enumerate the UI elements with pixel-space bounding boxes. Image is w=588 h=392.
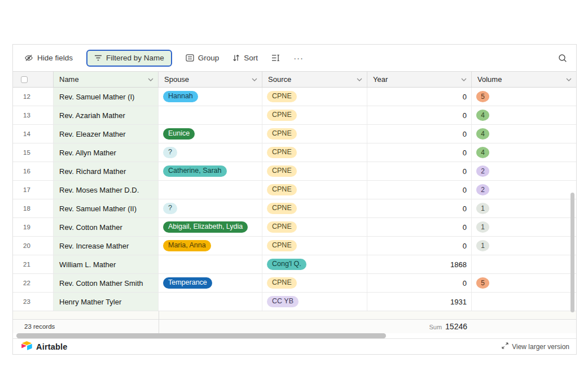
volume-cell[interactable]: 4 bbox=[472, 106, 576, 124]
spouse-cell[interactable] bbox=[159, 293, 262, 311]
row-number-cell[interactable]: 22 bbox=[13, 274, 54, 292]
row-number-cell[interactable]: 17 bbox=[13, 181, 54, 199]
source-cell[interactable]: CPNE bbox=[262, 162, 367, 180]
name-cell[interactable]: William L. Mather bbox=[54, 255, 159, 273]
row-number-cell[interactable]: 14 bbox=[13, 125, 54, 143]
spouse-cell[interactable] bbox=[159, 181, 262, 199]
filter-button[interactable]: Filtered by Name bbox=[86, 50, 172, 67]
group-button[interactable]: Group bbox=[186, 54, 220, 62]
name-cell[interactable]: Rev. Richard Mather bbox=[54, 162, 159, 180]
year-cell[interactable]: 0 bbox=[367, 199, 472, 217]
volume-cell[interactable]: 1 bbox=[472, 199, 576, 217]
row-number-cell[interactable]: 18 bbox=[13, 199, 54, 217]
year-cell[interactable]: 0 bbox=[367, 88, 472, 106]
year-cell[interactable]: 0 bbox=[367, 106, 472, 124]
source-cell[interactable]: CPNE bbox=[262, 274, 367, 292]
chevron-down-icon[interactable] bbox=[461, 78, 467, 81]
source-cell[interactable]: CPNE bbox=[262, 199, 367, 217]
volume-cell[interactable]: 2 bbox=[472, 181, 576, 199]
volume-cell[interactable] bbox=[472, 255, 576, 273]
chevron-down-icon[interactable] bbox=[357, 78, 362, 81]
column-header-volume[interactable]: Volume bbox=[472, 72, 576, 87]
spouse-cell[interactable]: Hannah bbox=[159, 88, 262, 106]
spouse-cell[interactable]: Temperance bbox=[159, 274, 262, 292]
source-cell[interactable]: CPNE bbox=[262, 218, 367, 236]
row-number-cell[interactable]: 23 bbox=[13, 293, 54, 311]
spouse-cell[interactable] bbox=[159, 255, 262, 273]
name-cell[interactable]: Henry Mather Tyler bbox=[54, 293, 159, 311]
source-cell[interactable]: CPNE bbox=[262, 88, 367, 106]
spouse-cell[interactable]: Maria, Anna bbox=[159, 237, 262, 255]
volume-cell[interactable]: 5 bbox=[472, 88, 576, 106]
row-number-cell[interactable]: 20 bbox=[13, 237, 54, 255]
volume-cell[interactable]: 5 bbox=[472, 274, 576, 292]
year-cell[interactable]: 0 bbox=[367, 274, 472, 292]
name-cell[interactable]: Rev. Samuel Mather (II) bbox=[54, 199, 159, 217]
volume-cell[interactable] bbox=[472, 293, 576, 311]
name-cell[interactable]: Rev. Allyn Mather bbox=[54, 143, 159, 162]
spouse-cell[interactable]: ? bbox=[159, 143, 262, 162]
column-header-source[interactable]: Source bbox=[262, 72, 367, 87]
spouse-cell[interactable] bbox=[159, 106, 262, 124]
row-number-cell[interactable]: 15 bbox=[13, 143, 54, 162]
vertical-scrollbar-thumb[interactable] bbox=[571, 193, 574, 312]
name-cell[interactable]: Rev. Eleazer Mather bbox=[54, 125, 159, 143]
source-cell[interactable]: CPNE bbox=[262, 237, 367, 255]
search-button[interactable] bbox=[558, 54, 567, 63]
year-cell[interactable]: 0 bbox=[367, 125, 472, 143]
volume-cell[interactable]: 2 bbox=[472, 162, 576, 180]
hide-fields-button[interactable]: Hide fields bbox=[24, 54, 73, 62]
spouse-cell[interactable]: Abigail, Elizabeth, Lydia bbox=[159, 218, 262, 236]
source-cell[interactable]: CPNE bbox=[262, 143, 367, 162]
year-cell[interactable]: 0 bbox=[367, 143, 472, 162]
column-header-year[interactable]: Year bbox=[367, 72, 472, 87]
name-cell[interactable]: Rev. Moses Mather D.D. bbox=[54, 181, 159, 199]
spouse-cell[interactable]: Eunice bbox=[159, 125, 262, 143]
row-height-button[interactable] bbox=[271, 54, 280, 62]
source-tag: Cong'l Q. bbox=[267, 259, 306, 270]
airtable-brand-link[interactable]: Airtable bbox=[21, 341, 68, 353]
source-cell[interactable]: CPNE bbox=[262, 106, 367, 124]
row-number-cell[interactable]: 12 bbox=[13, 88, 54, 106]
more-options-button[interactable]: ··· bbox=[293, 53, 304, 63]
horizontal-scrollbar[interactable] bbox=[13, 333, 576, 338]
year-cell[interactable]: 0 bbox=[367, 162, 472, 180]
name-cell[interactable]: Rev. Increase Mather bbox=[54, 237, 159, 255]
volume-cell[interactable]: 4 bbox=[472, 125, 576, 143]
year-cell[interactable]: 0 bbox=[367, 181, 472, 199]
spouse-cell[interactable]: ? bbox=[159, 199, 262, 217]
sort-button[interactable]: Sort bbox=[232, 54, 258, 62]
column-header-name[interactable]: Name bbox=[54, 72, 159, 87]
source-cell[interactable]: CC YB bbox=[262, 293, 367, 311]
view-larger-link[interactable]: View larger version bbox=[502, 342, 569, 351]
chevron-down-icon[interactable] bbox=[148, 78, 153, 81]
row-number-cell[interactable]: 16 bbox=[13, 162, 54, 180]
volume-cell[interactable]: 4 bbox=[472, 143, 576, 162]
select-all-checkbox[interactable] bbox=[21, 76, 28, 83]
table-row: 18 Rev. Samuel Mather (II) ? CPNE 0 1 bbox=[13, 199, 576, 218]
chevron-down-icon[interactable] bbox=[566, 78, 572, 81]
table-row: 12 Rev. Samuel Mather (I) Hannah CPNE 0 … bbox=[13, 88, 576, 106]
horizontal-scrollbar-thumb[interactable] bbox=[16, 333, 386, 338]
year-cell[interactable]: 0 bbox=[367, 237, 472, 255]
volume-cell[interactable]: 1 bbox=[472, 237, 576, 255]
year-cell[interactable]: 1868 bbox=[367, 255, 472, 273]
chevron-down-icon[interactable] bbox=[252, 78, 257, 81]
column-header-spouse[interactable]: Spouse bbox=[159, 72, 262, 87]
source-cell[interactable]: CPNE bbox=[262, 125, 367, 143]
source-cell[interactable]: CPNE bbox=[262, 181, 367, 199]
year-cell[interactable]: 0 bbox=[367, 218, 472, 236]
source-cell[interactable]: Cong'l Q. bbox=[262, 255, 367, 273]
name-cell[interactable]: Rev. Cotton Mather Smith bbox=[54, 274, 159, 292]
spouse-cell[interactable]: Catherine, Sarah bbox=[159, 162, 262, 180]
name-cell[interactable]: Rev. Azariah Mather bbox=[54, 106, 159, 124]
volume-cell[interactable]: 1 bbox=[472, 218, 576, 236]
source-tag: CPNE bbox=[267, 110, 297, 121]
row-number-cell[interactable]: 19 bbox=[13, 218, 54, 236]
row-number-cell[interactable]: 13 bbox=[13, 106, 54, 124]
row-number-cell[interactable]: 21 bbox=[13, 255, 54, 273]
name-cell[interactable]: Rev. Cotton Mather bbox=[54, 218, 159, 236]
year-cell[interactable]: 1931 bbox=[367, 293, 472, 311]
year-sum[interactable]: Sum 15246 bbox=[367, 322, 472, 331]
name-cell[interactable]: Rev. Samuel Mather (I) bbox=[54, 88, 159, 106]
